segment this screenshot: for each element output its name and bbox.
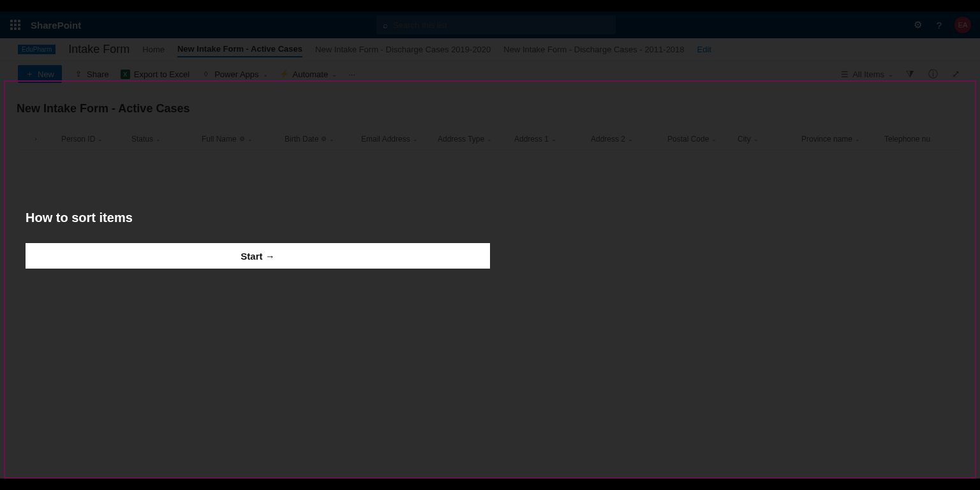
tutorial-panel: How to sort items Start →: [26, 211, 491, 269]
tutorial-title: How to sort items: [26, 211, 491, 225]
tutorial-start-button[interactable]: Start →: [26, 243, 490, 269]
tutorial-highlight-frame: [4, 80, 976, 479]
tutorial-start-label: Start →: [241, 251, 274, 262]
